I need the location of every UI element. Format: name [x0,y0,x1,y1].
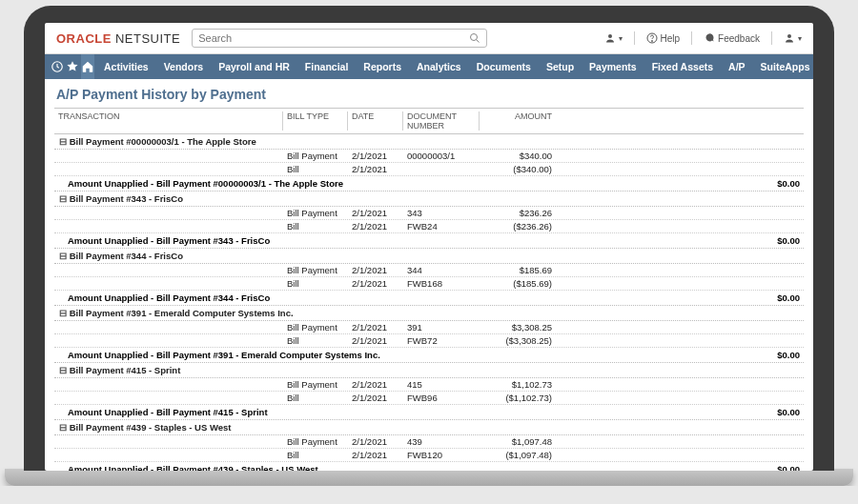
svg-point-5 [787,34,791,38]
svg-line-1 [477,40,480,43]
cell-billtype: Bill Payment [283,436,348,447]
cell-date: 2/1/2021 [348,221,403,232]
nav-tab[interactable]: SuiteApps [753,54,813,79]
nav-tab[interactable]: Payments [582,54,644,79]
topbar: ORACLE NETSUITE ▾ Help [45,23,813,54]
unapplied-row: Amount Unapplied - Bill Payment #0000000… [54,176,804,192]
main-nav: ActivitiesVendorsPayroll and HRFinancial… [45,54,813,79]
cell-doc: 343 [403,208,480,218]
feedback-icon [704,32,715,44]
cell-doc: FWB72 [403,335,480,346]
collapse-icon[interactable]: ⊟ [58,422,67,433]
cell-date: 2/1/2021 [348,335,403,346]
col-amount[interactable]: AMOUNT [480,111,556,131]
nav-tab[interactable]: Financial [297,54,357,79]
group-row[interactable]: ⊟ Bill Payment #344 - FrisCo [54,249,804,264]
group-row[interactable]: ⊟ Bill Payment #00000003/1 - The Apple S… [54,134,804,150]
nav-tab[interactable]: Reports [356,54,409,79]
nav-recent[interactable] [51,54,64,79]
nav-tab[interactable]: Analytics [409,54,469,79]
nav-tabs: ActivitiesVendorsPayroll and HRFinancial… [96,54,813,79]
cell-amount: ($3,308.25) [480,335,556,346]
cell-date: 2/1/2021 [348,393,403,403]
group-row[interactable]: ⊟ Bill Payment #439 - Staples - US West [54,420,804,435]
cell-billtype: Bill Payment [283,322,348,333]
role-switcher[interactable]: ▾ [604,32,623,44]
table-row: Bill2/1/2021FWB72($3,308.25) [54,334,804,348]
nav-tab[interactable]: Vendors [156,54,211,79]
search-input[interactable] [198,32,469,44]
cell-amount: ($1,097.48) [480,450,556,460]
group-row[interactable]: ⊟ Bill Payment #343 - FrisCo [54,192,804,207]
cell-billtype: Bill [283,450,348,460]
cell-doc: FWB24 [403,221,480,232]
cell-doc [403,164,480,174]
cell-billtype: Bill Payment [283,208,348,218]
cell-billtype: Bill Payment [283,379,348,390]
group-row[interactable]: ⊟ Bill Payment #415 - Sprint [54,363,804,378]
table-row: Bill2/1/2021FWB24($236.26) [54,220,804,233]
cell-date: 2/1/2021 [348,450,403,460]
collapse-icon[interactable]: ⊟ [58,365,67,375]
cell-amount: $340.00 [480,151,556,161]
nav-tab[interactable]: Fixed Assets [644,54,721,79]
brand-oracle: ORACLE [56,31,112,46]
cell-date: 2/1/2021 [348,322,403,333]
group-row[interactable]: ⊟ Bill Payment #391 - Emerald Computer S… [54,306,804,321]
nav-tab[interactable]: Documents [469,54,539,79]
cell-amount: ($185.69) [480,278,556,289]
cell-date: 2/1/2021 [348,265,403,275]
feedback-link[interactable]: Feedback [704,32,760,44]
cell-billtype: Bill Payment [283,151,348,161]
col-transaction[interactable]: TRANSACTION [54,111,283,131]
cell-date: 2/1/2021 [348,379,403,390]
cell-doc: 391 [403,322,480,333]
table-row: Bill Payment2/1/2021391$3,308.25 [54,321,804,334]
nav-favorites[interactable] [66,54,79,79]
table-header: TRANSACTION BILL TYPE DATE DOCUMENT NUMB… [54,108,804,134]
svg-point-0 [471,34,478,41]
cell-amount: $1,102.73 [480,379,556,390]
table-row: Bill2/1/2021FWB96($1,102.73) [54,392,804,405]
collapse-icon[interactable]: ⊟ [58,251,67,261]
table-body: ⊟ Bill Payment #00000003/1 - The Apple S… [54,134,804,471]
cell-doc: FWB96 [403,393,480,403]
cell-amount: ($1,102.73) [480,393,556,403]
brand-logo: ORACLE NETSUITE [56,31,180,46]
svg-point-4 [651,41,652,42]
clock-icon [51,60,64,73]
cell-amount: ($340.00) [480,164,556,174]
help-link[interactable]: Help [646,32,681,44]
page-title: A/P Payment History by Payment [54,85,804,108]
collapse-icon[interactable]: ⊟ [58,308,67,318]
nav-tab[interactable]: Setup [539,54,582,79]
collapse-icon[interactable]: ⊟ [58,193,67,204]
table-row: Bill Payment2/1/2021439$1,097.48 [54,435,804,449]
search-icon [469,32,480,44]
topbar-right: ▾ Help Feedback ▾ [604,31,803,45]
cell-billtype: Bill [283,221,348,232]
unapplied-row: Amount Unapplied - Bill Payment #343 - F… [54,233,804,249]
global-search[interactable] [192,29,487,48]
nav-tab[interactable]: Payroll and HR [211,54,297,79]
home-icon [81,60,94,73]
col-billtype[interactable]: BILL TYPE [283,111,348,131]
user-menu[interactable]: ▾ [784,32,802,44]
cell-billtype: Bill [283,335,348,346]
nav-tab[interactable]: A/P [721,54,753,79]
cell-doc: 415 [403,379,480,390]
cell-doc: 344 [403,265,480,275]
cell-billtype: Bill [283,393,348,403]
nav-tab[interactable]: Activities [96,54,156,79]
table-row: Bill2/1/2021FWB168($185.69) [54,277,804,291]
feedback-label: Feedback [718,33,760,44]
col-docnum[interactable]: DOCUMENT NUMBER [403,111,480,131]
cell-billtype: Bill Payment [283,265,348,275]
cell-doc: FWB120 [403,450,480,460]
unapplied-row: Amount Unapplied - Bill Payment #415 - S… [54,405,804,420]
collapse-icon[interactable]: ⊟ [58,136,67,147]
nav-home[interactable] [81,54,94,79]
cell-amount: $185.69 [480,265,556,275]
col-date[interactable]: DATE [348,111,403,131]
cell-doc: FWB168 [403,278,480,289]
